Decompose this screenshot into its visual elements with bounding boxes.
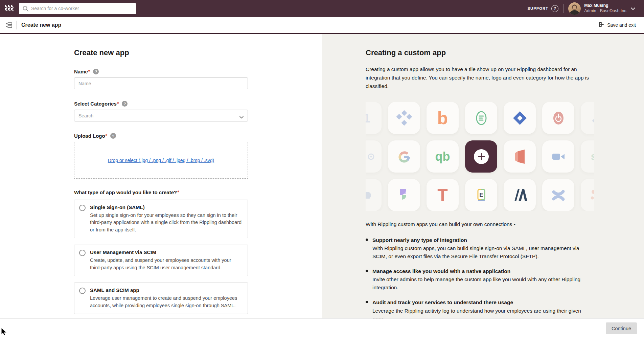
app-tile xyxy=(388,102,420,134)
app-tile: 1 xyxy=(366,102,382,134)
app-tile: E xyxy=(465,179,497,211)
app-tile xyxy=(504,102,536,134)
search-icon xyxy=(22,5,29,13)
petal-logo-icon xyxy=(396,187,412,203)
radio-button[interactable] xyxy=(79,288,86,294)
categories-label: Select Categories* xyxy=(74,101,119,107)
user-role: Admin · BaseDash Inc. xyxy=(584,8,627,14)
pentagon-diamonds-logo-icon xyxy=(396,110,412,126)
categories-select[interactable] xyxy=(74,110,248,121)
name-input[interactable] xyxy=(74,77,248,89)
app-tile xyxy=(542,140,574,173)
info-heading: Creating a custom app xyxy=(366,48,594,57)
page-title: Create new app xyxy=(21,22,61,28)
double-diamonds-logo-icon xyxy=(589,110,595,126)
blue-diamond-logo-icon xyxy=(512,110,528,126)
app-tile: ro xyxy=(366,140,382,173)
list-item: Support nearly any type of integration W… xyxy=(366,236,594,261)
radio-button[interactable] xyxy=(79,205,86,211)
avatar xyxy=(568,2,581,15)
steps-list-icon[interactable] xyxy=(4,20,14,30)
bullet-icon xyxy=(366,270,368,272)
letter-b-logo-icon: b xyxy=(437,108,448,128)
coworker-search xyxy=(19,3,136,14)
info-panel: Creating a custom app Creating a custom … xyxy=(322,34,644,318)
app-tile: qb xyxy=(427,140,459,173)
continue-button[interactable]: Continue xyxy=(606,322,637,334)
app-tile: sa xyxy=(581,140,594,173)
option-description: Leverage user management to create and s… xyxy=(90,295,242,309)
rippling-logo-icon[interactable] xyxy=(4,4,16,13)
save-and-exit-label: Save and exit xyxy=(607,22,636,28)
chevron-down-icon xyxy=(631,5,635,12)
option-title: Single Sign-on (SAML) xyxy=(90,204,242,210)
app-tile xyxy=(542,179,574,211)
app-grid-row: ro xyxy=(366,140,594,173)
ro-logo-icon: ro xyxy=(366,149,375,165)
toolbar-divider xyxy=(16,21,17,29)
app-tile xyxy=(542,102,574,134)
name-label: Name* xyxy=(74,69,90,74)
app-type-option-scim[interactable]: User Management via SCIM Create, update,… xyxy=(74,245,248,276)
required-marker: * xyxy=(117,101,119,106)
video-camera-logo-icon xyxy=(550,149,567,165)
app-grid-row: T E xyxy=(366,179,594,211)
create-new-app-page: SUPPORT ? Max Musing Admin · BaseDash In… xyxy=(0,0,644,338)
option-title: User Management via SCIM xyxy=(90,249,242,255)
bullet-icon xyxy=(366,239,368,241)
app-tile xyxy=(388,140,420,173)
required-marker: * xyxy=(88,69,90,74)
bullet-title: Audit and track your services to underst… xyxy=(372,298,594,307)
bullet-title: Support nearly any type of integration xyxy=(372,236,594,244)
curved-bars-logo-icon xyxy=(550,187,567,203)
drop-or-select-link[interactable]: Drop or select (.jpg / .png / .gif / .jp… xyxy=(108,158,214,163)
app-tile xyxy=(465,102,497,134)
svg-text:E: E xyxy=(479,192,483,198)
required-marker: * xyxy=(106,133,107,138)
exit-icon xyxy=(598,21,604,29)
user-menu[interactable]: Max Musing Admin · BaseDash Inc. xyxy=(568,2,635,15)
required-marker: * xyxy=(177,189,179,195)
support-help-icon: ? xyxy=(551,5,558,12)
app-type-label: What type of app would you like to creat… xyxy=(74,189,248,195)
e-key-logo-icon: E xyxy=(473,187,489,203)
top-header: SUPPORT ? Max Musing Admin · BaseDash In… xyxy=(0,0,644,17)
bullet-description: With Rippling custom apps, you can build… xyxy=(372,244,594,261)
upload-logo-label: Upload Logo* xyxy=(74,133,107,139)
cloud-logo-icon xyxy=(366,187,374,203)
list-item: Manage access like you would with a nati… xyxy=(366,267,594,292)
app-tile xyxy=(388,179,420,211)
name-help-icon[interactable]: ? xyxy=(93,69,99,74)
search-input[interactable] xyxy=(19,3,136,14)
app-tile xyxy=(581,179,594,211)
bullet-title: Manage access like you would with a nati… xyxy=(372,267,594,275)
create-app-form-panel: Create new app Name* ? Select Categories… xyxy=(0,34,322,318)
dots-logo-icon xyxy=(589,187,595,203)
svg-text:1: 1 xyxy=(366,111,370,125)
save-and-exit-button[interactable]: Save and exit xyxy=(598,21,636,29)
support-button[interactable]: SUPPORT ? xyxy=(528,5,559,12)
option-description: Create, update, and suspend your employe… xyxy=(90,257,242,271)
bullet-description: Invite other admins to help manage the c… xyxy=(372,275,594,292)
categories-help-icon[interactable]: ? xyxy=(122,101,128,107)
number-one-logo-icon: 1 xyxy=(366,110,374,126)
stylized-a-logo-icon xyxy=(512,187,528,203)
plus-icon xyxy=(474,149,489,164)
app-tile xyxy=(581,102,594,134)
sa-logo-icon: sa xyxy=(591,150,594,163)
app-type-option-saml[interactable]: Single Sign-on (SAML) Set up single sign… xyxy=(74,200,248,238)
app-tile: b xyxy=(427,102,459,134)
radio-button[interactable] xyxy=(79,250,86,256)
qb-logo-icon: qb xyxy=(435,150,450,164)
office-logo-icon xyxy=(512,149,528,165)
app-tile: T xyxy=(427,179,459,211)
toolbar: Create new app Save and exit xyxy=(0,17,644,34)
upload-help-icon[interactable]: ? xyxy=(110,133,116,139)
app-type-option-saml-scim[interactable]: SAML and SCIM app Leverage user manageme… xyxy=(74,283,248,314)
header-divider xyxy=(563,4,564,13)
user-name: Max Musing xyxy=(584,3,627,8)
option-title: SAML and SCIM app xyxy=(90,287,242,293)
info-description: Creating a custom app allows you to have… xyxy=(366,65,594,90)
logo-dropzone[interactable]: Drop or select (.jpg / .png / .gif / .jp… xyxy=(74,142,248,179)
footer-bar: Continue xyxy=(0,318,644,338)
